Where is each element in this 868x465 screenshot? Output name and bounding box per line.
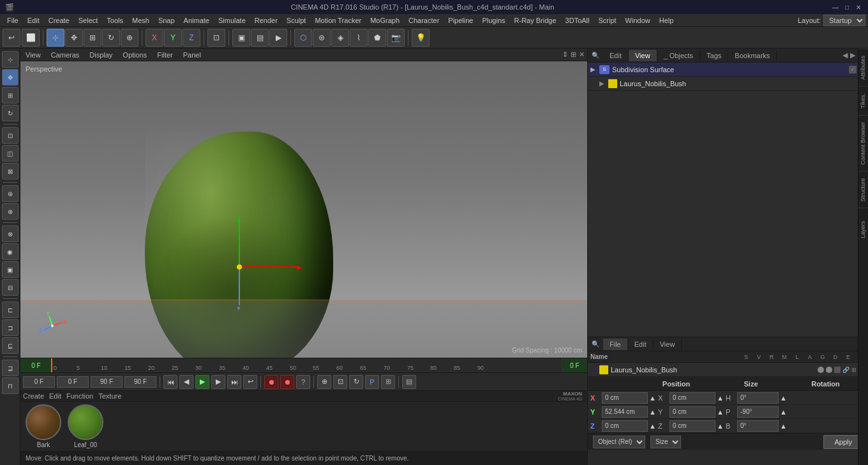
- keyframe-pos-button[interactable]: P: [365, 375, 379, 389]
- select-tool-button[interactable]: ⊹: [47, 29, 64, 47]
- bottom-tab-edit[interactable]: Edit: [628, 339, 654, 350]
- go-end-button[interactable]: ⏭: [227, 375, 241, 389]
- rotate-tool-button[interactable]: ↻: [102, 29, 120, 47]
- current-frame-input[interactable]: [57, 376, 89, 388]
- menu-sculpt[interactable]: Sculpt: [282, 15, 311, 26]
- rot-b-up[interactable]: ▲: [780, 422, 788, 430]
- tab-bookmarks[interactable]: Bookmarks: [728, 50, 777, 61]
- y-axis-button[interactable]: Y: [164, 29, 182, 47]
- material-bark[interactable]: Bark: [26, 404, 61, 448]
- sidebar-scale-btn[interactable]: ⊞: [2, 87, 19, 103]
- edge-tab-tikes[interactable]: Tikes.: [858, 86, 868, 115]
- keyframe-add-button[interactable]: ⊕: [317, 375, 331, 389]
- edge-tab-attributes[interactable]: Attributes: [858, 49, 868, 86]
- sidebar-tool1-btn[interactable]: ⊗: [2, 225, 19, 242]
- transform-gizmo[interactable]: ▶ ▲ ▼: [201, 229, 278, 305]
- panel-back-btn[interactable]: ◀: [842, 51, 848, 59]
- sidebar-points-btn[interactable]: ⊡: [2, 127, 19, 144]
- size-x-input[interactable]: [670, 392, 715, 404]
- bush-chain-icon[interactable]: 🔗: [842, 367, 849, 373]
- vp-corner-maximize[interactable]: ⊞: [571, 50, 576, 59]
- sidebar-view2-btn[interactable]: ⊐: [2, 319, 19, 336]
- pos-z-up[interactable]: ▲: [649, 422, 657, 430]
- menu-character[interactable]: Character: [404, 15, 444, 26]
- bottom-panel-search[interactable]: 🔍: [588, 340, 603, 347]
- vp-corner-close[interactable]: ✕: [579, 50, 585, 59]
- vp-menu-view[interactable]: View: [23, 51, 43, 59]
- obj-row-bush[interactable]: ▶ Laurus_Nobilis_Bush: [588, 77, 868, 91]
- rot-p-up[interactable]: ▲: [780, 408, 788, 416]
- position-y-input[interactable]: [602, 406, 648, 418]
- z-axis-button[interactable]: Z: [183, 29, 200, 47]
- bush-lock-icon[interactable]: [834, 367, 841, 373]
- sidebar-snap-btn[interactable]: ⊛: [2, 185, 19, 202]
- sidebar-mat-btn[interactable]: ⊒: [2, 360, 19, 376]
- menu-help[interactable]: Help: [655, 15, 678, 26]
- timeline-ruler-area[interactable]: 0 F 0 5 10 15 20 25 30 35 40 45 50 55 60: [20, 358, 587, 372]
- leaf-swatch[interactable]: [68, 404, 103, 440]
- minimize-button[interactable]: —: [831, 3, 840, 11]
- sidebar-tool2-btn[interactable]: ◉: [2, 243, 19, 260]
- prev-frame-button[interactable]: ◀: [179, 375, 193, 389]
- size-y-up[interactable]: ▲: [717, 408, 724, 416]
- panel-fwd-btn[interactable]: ▶: [850, 51, 855, 59]
- play-button[interactable]: ▶: [195, 375, 209, 389]
- menu-snap[interactable]: Snap: [154, 15, 179, 26]
- vp-menu-display[interactable]: Display: [87, 51, 115, 59]
- position-z-input[interactable]: [602, 420, 648, 432]
- close-button[interactable]: ✕: [854, 3, 863, 11]
- world-axis-button[interactable]: ⊡: [207, 29, 225, 47]
- keyframe-grid-button[interactable]: ⊞: [381, 375, 395, 389]
- layout-dropdown[interactable]: Startup: [823, 15, 865, 26]
- menu-simulate[interactable]: Simulate: [214, 15, 250, 26]
- tab-view[interactable]: View: [629, 50, 657, 61]
- rot-p-input[interactable]: [737, 406, 779, 418]
- bark-swatch[interactable]: [26, 404, 61, 440]
- render-region-button[interactable]: ▤: [251, 29, 269, 47]
- sidebar-move-btn[interactable]: ✥: [2, 69, 19, 86]
- edge-tab-layers[interactable]: Layers: [858, 208, 868, 251]
- keyframe-auto-button[interactable]: ↻: [349, 375, 363, 389]
- bottom-tab-view[interactable]: View: [654, 339, 682, 350]
- start-frame-input[interactable]: [23, 376, 55, 388]
- cube-button[interactable]: ⬡: [294, 29, 312, 47]
- record-active-button[interactable]: ⏺: [280, 375, 294, 389]
- bottom-tab-file[interactable]: File: [603, 339, 628, 350]
- bush-vis-dot-1[interactable]: [818, 367, 824, 373]
- spline-button[interactable]: ⌇: [350, 29, 368, 47]
- edge-tab-content-browser[interactable]: Content Browser: [858, 115, 868, 171]
- size-x-up[interactable]: ▲: [717, 394, 724, 402]
- size-z-up[interactable]: ▲: [717, 422, 724, 430]
- size-y-input[interactable]: [670, 406, 715, 418]
- menu-select[interactable]: Select: [74, 15, 103, 26]
- menu-motion-tracker[interactable]: Motion Tracker: [310, 15, 366, 26]
- record-button[interactable]: ⏺: [264, 375, 278, 389]
- menu-window[interactable]: Window: [621, 15, 655, 26]
- field-button[interactable]: ⬟: [368, 29, 386, 47]
- menu-animate[interactable]: Animate: [179, 15, 214, 26]
- next-frame-button[interactable]: ▶: [211, 375, 225, 389]
- bush-vis-dot-2[interactable]: [826, 367, 832, 373]
- end-frame-input[interactable]: [91, 376, 123, 388]
- expand-icon-bush[interactable]: ▶: [599, 80, 608, 87]
- mat-edit-btn[interactable]: Edit: [49, 392, 61, 400]
- size-z-input[interactable]: [670, 420, 715, 432]
- apply-button[interactable]: Apply: [823, 435, 863, 449]
- menu-file[interactable]: File: [3, 15, 23, 26]
- vp-menu-options[interactable]: Options: [120, 51, 149, 59]
- tab-edit[interactable]: Edit: [603, 50, 629, 61]
- maximize-button[interactable]: □: [842, 3, 851, 11]
- menu-pipeline[interactable]: Pipeline: [444, 15, 477, 26]
- deformer-button[interactable]: ◈: [331, 29, 349, 47]
- keyframe-del-button[interactable]: ⊡: [333, 375, 347, 389]
- mat-function-btn[interactable]: Function: [66, 392, 93, 400]
- menu-create[interactable]: Create: [44, 15, 74, 26]
- menu-plugins[interactable]: Plugins: [477, 15, 509, 26]
- vp-menu-cameras[interactable]: Cameras: [49, 51, 82, 59]
- obj-row-subdivision[interactable]: ▶ S Subdivision Surface ✓ T: [588, 63, 868, 77]
- size-type-dropdown[interactable]: Size: [650, 436, 681, 448]
- move-tool-button[interactable]: ✥: [65, 29, 83, 47]
- menu-render[interactable]: Render: [250, 15, 282, 26]
- nurbs-button[interactable]: ⊛: [313, 29, 331, 47]
- tab-objects[interactable]: _ Objects: [657, 50, 700, 61]
